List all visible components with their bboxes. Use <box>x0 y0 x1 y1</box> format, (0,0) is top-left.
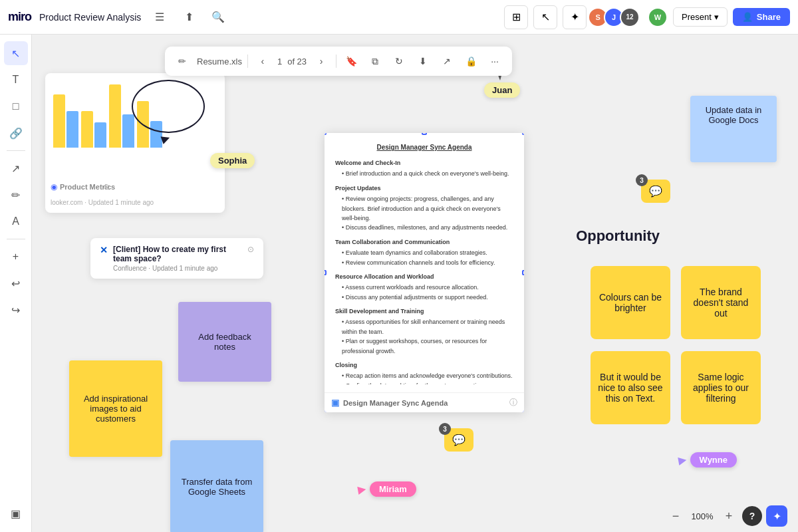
doc-section-4: Resource Allocation and Workload <box>335 272 513 281</box>
tool-text[interactable]: T <box>4 68 28 92</box>
confluence-icon: ✕ <box>100 245 108 255</box>
opp-card-text: But it would be nice to also see this on… <box>591 351 670 424</box>
confluence-info: [Client] How to create my first team spa… <box>113 245 242 272</box>
chat-bubble-wrapper: 3 💬 <box>641 180 670 203</box>
help-button[interactable]: ? <box>742 506 762 526</box>
toolbar-sep-1 <box>247 55 248 68</box>
bar-chart <box>53 81 217 148</box>
magic-button[interactable]: ✦ <box>766 505 787 527</box>
doc-h1: Design Manager Sync Agenda <box>335 142 513 153</box>
confluence-card-inner: ✕ [Client] How to create my first team s… <box>100 245 254 272</box>
opp-card-colours: Colours can be brighter <box>591 266 670 339</box>
toolbar-open[interactable]: ↗ <box>438 52 456 70</box>
tool-undo[interactable]: ↩ <box>4 271 28 295</box>
confluence-title: [Client] How to create my first team spa… <box>113 245 242 263</box>
doc-embed[interactable]: Design Manager Sync Agenda Welcome and C… <box>325 133 524 412</box>
zoom-in-button[interactable]: + <box>720 507 738 525</box>
grid-icon-btn[interactable]: ⊞ <box>504 5 528 29</box>
chat-count: 3 <box>636 174 648 186</box>
search-button[interactable]: 🔍 <box>207 7 229 28</box>
export-button[interactable]: ⬆ <box>178 7 200 28</box>
bar-blue-2 <box>94 122 106 148</box>
toolbar-bookmark[interactable]: 🔖 <box>342 52 360 70</box>
chart-card: ▶ ◉ Product Metrics ⊙ looker.com · Updat… <box>45 73 225 213</box>
sticky-update: Update data in Google Docs <box>690 96 777 162</box>
opp-title: Opportunity <box>576 227 660 245</box>
doc-section-6: Closing <box>335 360 513 370</box>
panel-toggle[interactable]: ▣ <box>4 501 28 525</box>
chat-bubble-opp: 3 💬 <box>641 180 670 203</box>
tool-text2[interactable]: A <box>4 209 28 233</box>
chat-icon-miriam: 💬 <box>452 434 466 446</box>
doc-item-3: Discuss deadlines, milestones, and any a… <box>335 223 513 232</box>
bar-group-2 <box>81 111 106 148</box>
topbar: miro Product Review Analysis ☰ ⬆ 🔍 ⊞ ↖ ✦… <box>0 0 798 35</box>
toolbar-filename: Resume.xls <box>197 57 242 66</box>
bar-yellow-3 <box>109 84 121 148</box>
chat-bubble-miriam: 3 💬 <box>444 428 473 452</box>
topbar-right: ⊞ ↖ ✦ S J 12 W Present ▾ 👤 Share <box>504 5 790 29</box>
menu-button[interactable]: ☰ <box>149 7 170 28</box>
tool-link[interactable]: 🔗 <box>4 121 28 145</box>
chat-count-miriam: 3 <box>439 423 451 435</box>
tool-arrow[interactable]: ↗ <box>4 156 28 180</box>
tool-shape[interactable]: □ <box>4 94 28 118</box>
chart-settings-icon[interactable]: ⊙ <box>103 182 110 192</box>
bar-group-1 <box>53 94 78 148</box>
tool-pen[interactable]: ✏ <box>4 183 28 207</box>
sticky-inspirational: Add inspirational images to aid customer… <box>69 360 162 457</box>
zoom-label: 100% <box>689 511 716 521</box>
zoom-out-button[interactable]: − <box>666 507 685 525</box>
bar-yellow-2 <box>81 111 93 148</box>
tool-redo[interactable]: ↪ <box>4 298 28 322</box>
sidebar-divider <box>7 150 25 151</box>
doc-toolbar: ✏ Resume.xls ‹ 1 of 23 › 🔖 ⧉ ↻ ⬇ ↗ 🔒 ··· <box>165 47 512 76</box>
toolbar-page-current: 1 <box>277 57 282 66</box>
toolbar-lock[interactable]: 🔒 <box>462 52 480 70</box>
doc-info-icon[interactable]: ⓘ <box>509 397 517 408</box>
doc-item-1: Brief introduction and a quick check on … <box>335 169 513 178</box>
toolbar-download[interactable]: ⬇ <box>414 52 432 70</box>
toolbar-copy[interactable]: ⧉ <box>366 52 384 70</box>
toolbar-edit[interactable]: ✏ <box>173 52 192 70</box>
doc-item-2: Review ongoing projects: progress, chall… <box>335 194 513 223</box>
bar-group-3 <box>109 84 134 148</box>
bar-group-4 <box>137 101 162 148</box>
doc-body: Design Manager Sync Agenda Welcome and C… <box>325 133 524 384</box>
tool-add[interactable]: + <box>4 245 28 269</box>
bar-blue-1 <box>66 111 78 148</box>
doc-item-6: Assess current workloads and resource al… <box>335 283 513 292</box>
doc-section-2: Project Updates <box>335 184 513 193</box>
tool-select[interactable]: ↖ <box>4 41 28 65</box>
doc-section-1: Welcome and Check-In <box>335 158 513 168</box>
toolbar-sep-2 <box>336 55 336 68</box>
toolbar-more[interactable]: ··· <box>485 52 504 70</box>
share-button[interactable]: 👤 Share <box>733 8 790 26</box>
wynne-arrow: ▶ <box>677 453 687 467</box>
chart-source: looker.com · Updated 1 minute ago <box>51 199 154 206</box>
doc-embed-footer: ▣ Design Manager Sync Agenda ⓘ <box>325 392 524 412</box>
toolbar-page-total: of 23 <box>287 57 307 66</box>
miro-logo: miro <box>8 10 31 24</box>
toolbar-prev[interactable]: ‹ <box>253 52 272 70</box>
avatar-main: W <box>648 7 668 27</box>
doc-item-10: Recap action items and acknowledge every… <box>335 371 513 380</box>
bar-yellow-4 <box>137 101 149 148</box>
doc-item-5: Review communication channels and tools … <box>335 258 513 267</box>
confluence-card[interactable]: ✕ [Client] How to create my first team s… <box>90 238 263 279</box>
wynne-cursor: ▶ Wynne <box>678 452 737 467</box>
doc-item-9: Plan or suggest workshops, courses, or r… <box>335 336 513 356</box>
doc-footer-title: Design Manager Sync Agenda <box>343 399 448 407</box>
toolbar-next[interactable]: › <box>312 52 331 70</box>
doc-item-7: Discuss any potential adjustments or sup… <box>335 293 513 302</box>
sticky-feedback-notes: Add feedback notes <box>178 302 271 382</box>
avatar-group: S J 12 <box>592 7 640 27</box>
confluence-settings-icon[interactable]: ⊙ <box>247 245 254 254</box>
present-button[interactable]: Present ▾ <box>673 7 728 27</box>
opp-card-filtering: Same logic applies to our filtering <box>681 351 761 424</box>
pointer-icon-btn[interactable]: ↖ <box>533 5 557 29</box>
toolbar-refresh[interactable]: ↻ <box>390 52 408 70</box>
reactions-icon-btn[interactable]: ✦ <box>563 5 587 29</box>
doc-section-5: Skill Development and Training <box>335 307 513 316</box>
chat-bubble-miriam-wrapper: 3 💬 <box>444 428 473 452</box>
